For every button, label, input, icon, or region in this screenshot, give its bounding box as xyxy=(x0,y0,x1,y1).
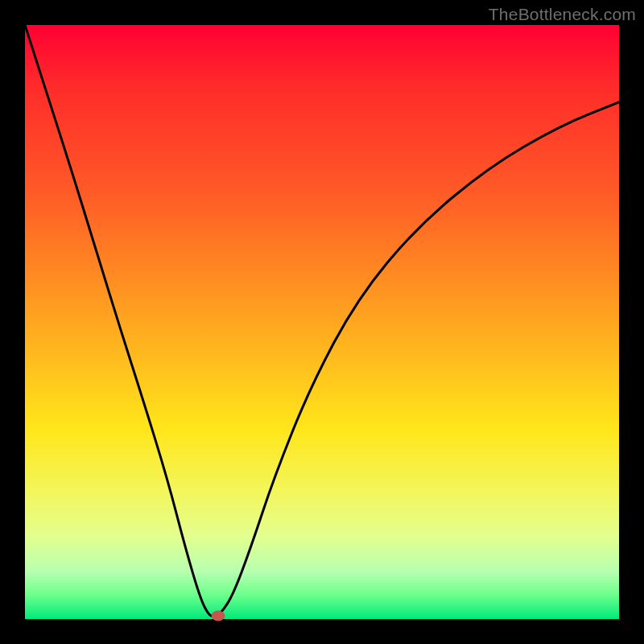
min-marker xyxy=(211,611,225,621)
bottleneck-curve xyxy=(25,25,619,619)
plot-area xyxy=(25,25,619,619)
curve-path xyxy=(25,25,619,616)
chart-frame: TheBottleneck.com xyxy=(0,0,644,644)
watermark-text: TheBottleneck.com xyxy=(489,5,636,24)
